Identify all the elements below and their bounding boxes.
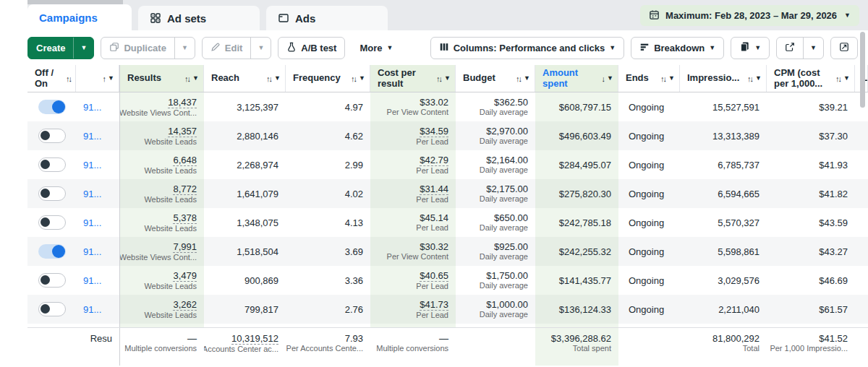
tab-campaigns[interactable]: Campaigns: [27, 4, 132, 30]
edit-dropdown[interactable]: ▼: [250, 38, 271, 59]
create-button[interactable]: Create ▼: [27, 37, 94, 59]
duplicate-button[interactable]: Duplicate ▼: [101, 37, 195, 59]
sort-arrows-icon[interactable]: ↑↓: [835, 74, 841, 83]
sort-arrows-icon[interactable]: ↑↓: [660, 74, 665, 83]
column-header-off_on[interactable]: Off / On↑↓: [27, 65, 76, 92]
export-button[interactable]: ▼: [776, 37, 824, 59]
campaign-toggle[interactable]: [38, 186, 66, 201]
ends-cell: Ongoing: [618, 150, 680, 179]
column-header-impressions[interactable]: Impressio...↑↓▼: [680, 65, 767, 92]
metric-value: $284,495.07: [559, 160, 611, 170]
cost-value[interactable]: $31.44: [420, 184, 448, 195]
duplicate-dropdown[interactable]: ▼: [174, 38, 195, 59]
column-menu-icon[interactable]: ▼: [274, 75, 281, 82]
metric-sublabel: Per 1,000 Impressio...: [770, 344, 848, 353]
results-value[interactable]: 14,357: [168, 126, 197, 137]
breakdown-button[interactable]: Breakdown ▼: [631, 37, 724, 59]
campaign-name-link[interactable]: 91...: [83, 246, 101, 257]
results-value[interactable]: 8,772: [173, 184, 197, 195]
vertical-scrollbar[interactable]: [860, 32, 865, 108]
totals-empty-cell: [27, 328, 76, 366]
column-header-ends[interactable]: Ends↑↓▼: [618, 65, 680, 92]
campaign-name-link[interactable]: 91...: [83, 217, 101, 228]
campaign-name-link[interactable]: 91...: [83, 275, 101, 286]
column-menu-icon[interactable]: ▼: [359, 75, 365, 82]
column-header-cpm[interactable]: CPM (cost per 1,000...↑↓▼: [767, 65, 855, 92]
charts-button[interactable]: [830, 37, 858, 59]
campaign-toggle[interactable]: [38, 157, 66, 172]
cost-value[interactable]: $42.79: [420, 155, 448, 166]
campaign-toggle[interactable]: [38, 100, 66, 114]
toggle-cell: [27, 92, 76, 121]
sort-arrows-icon[interactable]: ↑↓: [747, 74, 752, 83]
cost-value[interactable]: $40.65: [420, 270, 448, 282]
results-value[interactable]: 18,437: [168, 97, 197, 108]
sort-arrows-icon[interactable]: ↑↓: [436, 74, 441, 83]
columns-button[interactable]: Columns: Performance and clicks ▼: [430, 37, 624, 59]
date-range-picker[interactable]: Maximum: Feb 28, 2023 – Mar 29, 2026 ▼: [640, 5, 859, 26]
reports-button[interactable]: ▼: [731, 37, 770, 59]
column-header-cost_per_result[interactable]: Cost per result↑↓▼: [370, 65, 456, 92]
results-value[interactable]: 7,991: [173, 241, 197, 253]
column-menu-icon[interactable]: ▼: [668, 75, 675, 82]
results-value[interactable]: 3,479: [173, 270, 197, 282]
totals-reach-cell: 10,319,512Accounts Center ac...: [204, 328, 286, 366]
campaign-toggle[interactable]: [38, 302, 66, 316]
tab-ad-sets[interactable]: Ad sets: [138, 6, 260, 30]
campaign-name-link[interactable]: 91...: [83, 189, 101, 199]
column-header-results[interactable]: Results↑↓▼: [119, 65, 204, 92]
more-button[interactable]: More ▼: [352, 37, 401, 59]
breakdown-label: Breakdown: [654, 43, 705, 53]
impressions-cell: 15,527,591: [680, 92, 767, 121]
create-dropdown[interactable]: ▼: [73, 38, 93, 59]
results-value[interactable]: 5,378: [173, 212, 197, 224]
totals-reach-value[interactable]: 10,319,512: [231, 333, 278, 345]
column-menu-icon[interactable]: ▼: [755, 75, 762, 82]
column-menu-icon[interactable]: ▼: [444, 75, 451, 82]
results-value[interactable]: 6,648: [173, 155, 197, 166]
flask-icon: [286, 42, 297, 54]
column-menu-icon[interactable]: ▼: [607, 75, 613, 82]
campaign-toggle[interactable]: [38, 215, 66, 230]
frequency-cell: 4.97: [286, 92, 370, 121]
column-menu-icon[interactable]: ▼: [192, 75, 199, 82]
cpm-cell: $41.93: [767, 150, 855, 179]
results-value[interactable]: 3,262: [173, 299, 197, 311]
metric-sublabel: Daily average: [480, 252, 528, 262]
edit-button[interactable]: Edit ▼: [202, 37, 271, 59]
sort-arrows-icon[interactable]: ↑↓: [516, 74, 521, 83]
cost-value[interactable]: $41.73: [420, 299, 448, 311]
campaign-name-link[interactable]: 91...: [83, 304, 101, 315]
campaign-toggle[interactable]: [38, 273, 66, 288]
metric-value: $46.69: [819, 275, 848, 286]
column-header-amount_spent[interactable]: Amount spent↓▼: [535, 65, 618, 92]
sort-arrows-icon[interactable]: ↑: [103, 74, 106, 83]
cost-value[interactable]: $34.59: [420, 126, 448, 137]
sort-arrows-icon[interactable]: ↑↓: [266, 74, 271, 83]
sort-arrows-icon[interactable]: ↑↓: [184, 74, 190, 83]
sort-arrows-icon[interactable]: ↑↓: [351, 74, 356, 83]
column-header-reach[interactable]: Reach↑↓▼: [204, 65, 286, 92]
ab-test-button[interactable]: A/B test: [278, 37, 345, 59]
cpm-cell: $43.59: [767, 208, 855, 237]
sort-arrows-icon[interactable]: ↓: [602, 74, 605, 83]
link-clicks-cell: [855, 150, 868, 179]
campaign-toggle[interactable]: [38, 244, 66, 259]
cost-value: $30.32: [420, 241, 448, 252]
tab-ads[interactable]: Ads: [266, 6, 388, 30]
metric-value: Ongoing: [629, 217, 664, 228]
campaign-toggle[interactable]: [38, 129, 66, 143]
metric-value: $275,820.30: [559, 189, 611, 199]
column-menu-icon[interactable]: ▼: [843, 75, 850, 82]
column-header-frequency[interactable]: Frequency↑↓▼: [286, 65, 370, 92]
campaign-name-link[interactable]: 91...: [83, 131, 101, 142]
strip-cell: [119, 324, 204, 327]
campaign-name-link[interactable]: 91...: [83, 160, 101, 170]
column-header-budget[interactable]: Budget↑↓▼: [456, 65, 535, 92]
sort-arrows-icon[interactable]: ↑↓: [66, 74, 71, 83]
column-menu-icon[interactable]: ▼: [524, 75, 530, 82]
column-header-name[interactable]: ↑▼: [76, 65, 119, 92]
column-menu-icon[interactable]: ▼: [108, 75, 114, 82]
export-dropdown[interactable]: ▼: [803, 38, 823, 59]
campaign-name-link[interactable]: 91...: [83, 102, 101, 113]
